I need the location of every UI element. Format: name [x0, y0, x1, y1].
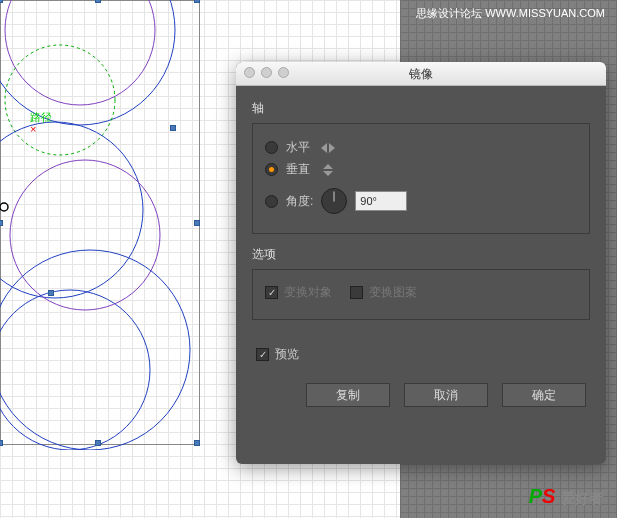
checkbox-preview[interactable] [256, 348, 269, 361]
radio-vertical[interactable] [265, 163, 278, 176]
axis-group: 轴 水平 垂直 角度: [252, 100, 590, 234]
checkbox-transform-patterns [350, 286, 363, 299]
artboard-bounds [0, 0, 200, 445]
dialog-body: 轴 水平 垂直 角度: [236, 86, 606, 421]
watermark-top: 思缘设计论坛 WWW.MISSYUAN.COM [416, 6, 605, 21]
copy-button[interactable]: 复制 [306, 383, 390, 407]
vertical-flip-icon [318, 162, 338, 178]
zoom-button[interactable] [278, 67, 289, 78]
angle-label: 角度: [286, 193, 313, 210]
reflect-dialog: 镜像 轴 水平 垂直 [236, 62, 606, 464]
path-x-marker: × [30, 123, 36, 135]
watermark-logo: PS 爱好者 [529, 485, 603, 508]
horizontal-flip-icon [318, 140, 338, 156]
transform-objects-row: 变换对象 [265, 284, 332, 301]
dialog-titlebar[interactable]: 镜像 [236, 62, 606, 86]
anchor-point[interactable] [170, 125, 176, 131]
anchor-point[interactable] [95, 0, 101, 3]
dialog-title: 镜像 [409, 67, 433, 81]
ok-button[interactable]: 确定 [502, 383, 586, 407]
anchor-point[interactable] [48, 290, 54, 296]
minimize-button[interactable] [261, 67, 272, 78]
anchor-point[interactable] [194, 0, 200, 3]
cancel-button[interactable]: 取消 [404, 383, 488, 407]
anchor-point[interactable] [194, 440, 200, 446]
radio-vertical-label: 垂直 [286, 161, 310, 178]
transform-patterns-row: 变换图案 [350, 284, 417, 301]
angle-dial[interactable] [321, 188, 347, 214]
checkbox-transform-objects [265, 286, 278, 299]
transform-patterns-label: 变换图案 [369, 284, 417, 301]
angle-input[interactable] [355, 191, 407, 211]
transform-objects-label: 变换对象 [284, 284, 332, 301]
dialog-buttons: 复制 取消 确定 [252, 377, 590, 407]
anchor-point[interactable] [194, 220, 200, 226]
axis-vertical-row[interactable]: 垂直 [265, 161, 577, 178]
close-button[interactable] [244, 67, 255, 78]
anchor-point[interactable] [0, 220, 3, 226]
axis-angle-row[interactable]: 角度: [265, 188, 577, 214]
options-group: 选项 变换对象 变换图案 [252, 246, 590, 320]
preview-row[interactable]: 预览 [252, 332, 590, 377]
anchor-point[interactable] [0, 0, 3, 3]
axis-group-label: 轴 [252, 100, 590, 117]
window-controls [244, 67, 289, 78]
axis-group-box: 水平 垂直 角度: [252, 123, 590, 234]
anchor-point[interactable] [95, 440, 101, 446]
anchor-point[interactable] [0, 440, 3, 446]
radio-angle[interactable] [265, 195, 278, 208]
options-group-label: 选项 [252, 246, 590, 263]
radio-horizontal-label: 水平 [286, 139, 310, 156]
axis-horizontal-row[interactable]: 水平 [265, 139, 577, 156]
options-group-box: 变换对象 变换图案 [252, 269, 590, 320]
radio-horizontal[interactable] [265, 141, 278, 154]
preview-label: 预览 [275, 346, 299, 363]
